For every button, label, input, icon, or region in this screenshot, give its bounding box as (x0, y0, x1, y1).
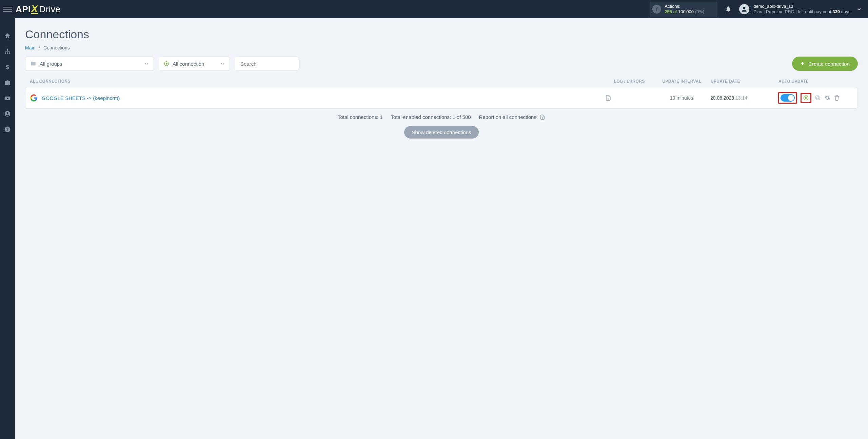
plus-icon (800, 61, 805, 66)
avatar-icon (739, 4, 749, 14)
interval-cell: 10 minutes (653, 95, 710, 101)
svg-marker-14 (166, 63, 167, 64)
chevron-down-icon (144, 61, 149, 66)
breadcrumb: Main / Connections (25, 45, 858, 50)
logo-drive: Drive (39, 4, 60, 15)
actions-pct: (0%) (695, 9, 704, 14)
search-box[interactable] (235, 57, 299, 71)
th-interval: UPDATE INTERVAL (653, 79, 711, 84)
connection-title: GOOGLE SHEETS -> (keepincrm) (42, 95, 120, 101)
play-circle-icon (164, 61, 169, 66)
sidebar-home-icon[interactable] (4, 33, 11, 39)
page-title: Connections (25, 28, 858, 41)
connection-name[interactable]: GOOGLE SHEETS -> (keepincrm) (30, 94, 605, 102)
svg-point-10 (7, 112, 8, 114)
svg-text:?: ? (6, 127, 8, 131)
gear-icon[interactable] (824, 95, 830, 101)
sidebar-connections-icon[interactable] (4, 48, 11, 55)
folder-icon (30, 61, 36, 67)
sidebar-help-icon[interactable]: ? (4, 126, 11, 133)
svg-rect-2 (5, 53, 6, 54)
main-content: Connections Main / Connections All group… (15, 18, 868, 439)
svg-text:$: $ (6, 64, 9, 70)
create-connection-button[interactable]: Create connection (792, 57, 858, 71)
highlight-toggle (778, 92, 797, 104)
th-auto: AUTO UPDATE (778, 79, 853, 84)
th-date: UPDATE DATE (711, 79, 778, 84)
breadcrumb-current: Connections (43, 45, 70, 50)
table-row: GOOGLE SHEETS -> (keepincrm) 10 minutes … (25, 87, 857, 108)
document-icon (605, 95, 611, 101)
document-icon (540, 114, 545, 120)
user-name: demo_apix-drive_s3 (753, 4, 850, 9)
run-icon[interactable] (803, 95, 809, 101)
sidebar-profile-icon[interactable] (4, 110, 11, 117)
actions-of: of (673, 9, 677, 14)
svg-rect-4 (9, 53, 10, 54)
status-label: All connection (173, 61, 204, 67)
create-label: Create connection (808, 61, 850, 67)
top-bar: API X Drive i Actions: 255 of 100'000 (0… (0, 0, 868, 18)
auto-update-toggle[interactable] (781, 94, 795, 102)
summary-row: Total connections: 1 Total enabled conne… (25, 114, 858, 120)
notifications-icon[interactable] (725, 6, 732, 13)
actions-count: 255 (665, 9, 672, 14)
menu-toggle[interactable] (3, 4, 12, 14)
svg-rect-3 (7, 53, 8, 54)
search-input[interactable] (240, 61, 294, 67)
status-select[interactable]: All connection (159, 57, 230, 71)
sidebar-briefcase-icon[interactable] (4, 79, 11, 86)
highlight-run (801, 93, 811, 103)
table-header: ALL CONNECTIONS LOG / ERRORS UPDATE INTE… (25, 76, 858, 87)
svg-rect-21 (817, 97, 820, 100)
summary-enabled: Total enabled connections: 1 of 500 (391, 114, 471, 120)
row-actions (778, 92, 853, 104)
actions-label: Actions: (665, 4, 704, 9)
sidebar: $ ? (0, 18, 15, 439)
logo-x: X (31, 4, 38, 14)
date-cell: 20.06.202313:14 (710, 95, 778, 101)
actions-counter[interactable]: i Actions: 255 of 100'000 (0%) (650, 2, 717, 16)
svg-rect-1 (7, 49, 8, 50)
user-menu[interactable]: demo_apix-drive_s3 Plan | Premium PRO | … (739, 4, 850, 15)
log-cell[interactable] (605, 95, 653, 101)
user-plan: Plan | Premium PRO | left until payment … (753, 9, 850, 15)
info-icon: i (652, 5, 661, 14)
logo[interactable]: API X Drive (16, 4, 61, 15)
sidebar-video-icon[interactable] (4, 95, 11, 102)
th-all: ALL CONNECTIONS (30, 79, 606, 84)
google-icon (30, 94, 38, 102)
breadcrumb-main[interactable]: Main (25, 45, 35, 50)
summary-total: Total connections: 1 (338, 114, 383, 120)
svg-point-0 (743, 7, 746, 9)
copy-icon[interactable] (815, 95, 821, 101)
trash-icon[interactable] (834, 95, 840, 101)
th-log: LOG / ERRORS (606, 79, 653, 84)
expand-user-icon[interactable] (856, 6, 862, 12)
summary-report[interactable]: Report on all connections: (479, 114, 545, 120)
svg-rect-6 (5, 81, 10, 85)
logo-api: API (16, 4, 31, 15)
connections-list: GOOGLE SHEETS -> (keepincrm) 10 minutes … (25, 87, 858, 109)
sidebar-billing-icon[interactable]: $ (4, 64, 11, 70)
svg-marker-20 (806, 97, 807, 99)
chevron-down-icon (220, 61, 225, 66)
actions-limit: 100'000 (678, 9, 694, 14)
svg-rect-22 (816, 96, 819, 99)
groups-label: All groups (40, 61, 62, 67)
groups-select[interactable]: All groups (25, 57, 154, 71)
show-deleted-button[interactable]: Show deleted connections (404, 126, 478, 139)
